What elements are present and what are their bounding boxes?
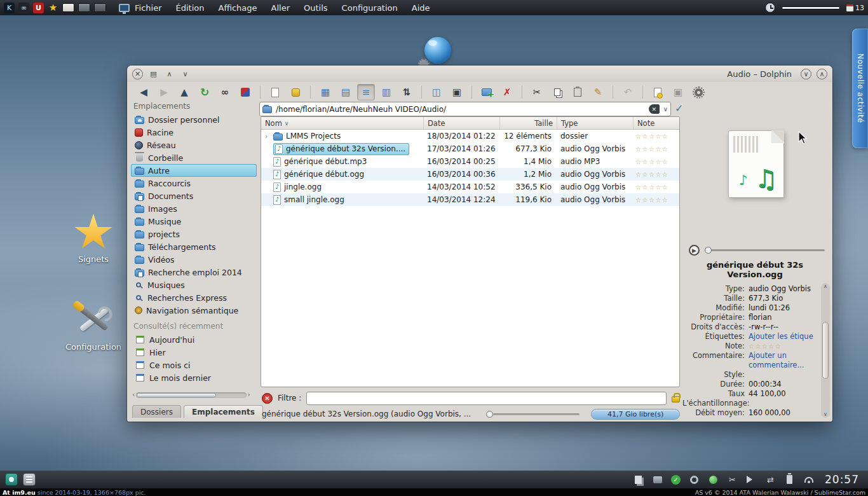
sidebar-item-projects[interactable]: projects <box>131 228 257 240</box>
location-dropdown-icon[interactable]: ∨ <box>663 106 668 113</box>
sidebar-item-hier[interactable]: Hier <box>131 346 257 359</box>
clipboard-tray-icon[interactable] <box>633 474 644 485</box>
utorrent-icon[interactable]: U <box>33 3 44 13</box>
back-button[interactable]: ◀ <box>135 84 153 100</box>
column-header-taille[interactable]: Taille <box>499 117 557 129</box>
paste-button[interactable] <box>569 84 587 100</box>
maximize-button[interactable]: ∧ <box>817 69 827 79</box>
location-accept-icon[interactable]: ✓ <box>675 102 683 114</box>
link-button[interactable] <box>287 84 304 100</box>
panel-slider[interactable] <box>782 6 840 10</box>
table-row[interactable]: small jingle.ogg 14/03/2014 12:24 119,6 … <box>261 193 679 206</box>
sidebar-item-reseau[interactable]: Réseau <box>131 139 257 151</box>
find-button[interactable]: ∞ <box>216 84 234 100</box>
rating-stars[interactable]: ☆☆☆☆☆ <box>635 133 668 140</box>
battery-icon[interactable] <box>784 474 795 485</box>
sidebar-item-videos[interactable]: Vidéos <box>131 253 257 266</box>
table-row[interactable]: générique début.ogg 16/03/2014 00:36 1,2… <box>261 168 679 181</box>
sidebar-item-dossier-personnel[interactable]: Dossier personnel <box>131 113 257 126</box>
menubar-clock-icon[interactable] <box>765 3 775 13</box>
sidebar-item-images[interactable]: Images <box>131 202 257 215</box>
window-button-2[interactable] <box>78 3 90 12</box>
icons-view-button[interactable]: ▦ <box>316 84 334 100</box>
rating-stars[interactable]: ☆☆☆☆☆ <box>749 343 782 350</box>
compare-button[interactable]: ▣ <box>669 84 687 100</box>
keep-above-button[interactable]: ∧ <box>164 69 175 79</box>
places-horizontal-scrollbar[interactable]: ‹ › <box>132 391 250 399</box>
scroll-up-icon[interactable]: ∧ <box>824 284 827 289</box>
sidebar-item-musiques[interactable]: Musiques <box>131 279 257 291</box>
zoom-slider-handle[interactable] <box>486 411 493 418</box>
table-row[interactable]: générique début.mp3 16/03/2014 00:25 1,4… <box>261 155 679 168</box>
column-header-note[interactable]: Note <box>633 117 679 129</box>
sidebar-item-navigation-semantique[interactable]: Navigation sémantique <box>131 304 257 317</box>
security-check-icon[interactable]: ✓ <box>671 475 681 485</box>
sidebar-item-aujourdhui[interactable]: Aujourd'hui <box>131 333 257 346</box>
menu-aide[interactable]: Aide <box>412 3 430 13</box>
sidebar-item-ce-mois-ci[interactable]: Ce mois ci <box>131 359 257 371</box>
location-input[interactable] <box>276 105 645 114</box>
launcher-icon[interactable] <box>5 473 18 486</box>
zoom-slider-track[interactable] <box>493 413 580 415</box>
compact-view-button[interactable]: ▤ <box>337 84 355 100</box>
reload-button[interactable]: ↻ <box>196 84 214 100</box>
rating-stars[interactable]: ☆☆☆☆☆ <box>635 158 668 165</box>
sidebar-item-autre[interactable]: Autre <box>131 164 257 177</box>
settings-button[interactable] <box>689 84 707 100</box>
split-view-button[interactable]: ◫ <box>428 84 445 100</box>
seek-slider[interactable] <box>705 249 825 251</box>
column-header-date[interactable]: Date <box>423 117 499 129</box>
window-button-1[interactable] <box>62 3 74 12</box>
desktop-icon-configuration[interactable]: Configuration <box>58 300 128 352</box>
sidebar-item-documents[interactable]: Documents <box>131 189 257 202</box>
delete-button[interactable]: ✗ <box>498 84 516 100</box>
menu-fichier[interactable]: Fichier <box>135 3 162 13</box>
bookmark-flag-button[interactable] <box>236 84 254 100</box>
up-button[interactable]: ▲ <box>175 84 193 100</box>
tab-dossiers[interactable]: Dossiers <box>132 405 181 418</box>
menu-outils[interactable]: Outils <box>304 3 328 13</box>
kde-logo-icon[interactable]: K <box>4 3 15 13</box>
volume-icon[interactable] <box>746 474 757 485</box>
cut-button[interactable]: ✂ <box>528 84 546 100</box>
sort-button[interactable]: ⇅ <box>398 84 416 100</box>
scrollbar-thumb[interactable] <box>822 322 829 379</box>
klipper-tray-icon[interactable]: ✂ <box>727 474 738 485</box>
close-filter-icon[interactable]: ✕ <box>262 393 273 404</box>
rename-button[interactable]: ✎ <box>589 84 607 100</box>
copy-button[interactable] <box>548 84 566 100</box>
sidebar-item-recherches-express[interactable]: Recherches Express <box>131 291 257 304</box>
clear-location-icon[interactable]: ✕ <box>649 104 660 114</box>
calendar-date-badge[interactable]: 13 <box>846 4 864 12</box>
zoom-slider[interactable] <box>486 411 580 418</box>
menu-affichage[interactable]: Affichage <box>218 3 257 13</box>
menu-configuration[interactable]: Configuration <box>342 3 398 13</box>
info-scrollbar[interactable]: ∧ ∨ <box>821 283 830 418</box>
scroll-down-icon[interactable]: ∨ <box>824 411 827 417</box>
new-activity-tab[interactable]: Nouvelle activité <box>852 29 868 148</box>
new-folder-button[interactable] <box>478 84 496 100</box>
location-bar[interactable]: ✕ ∨ <box>259 102 671 116</box>
sidebar-item-le-mois-dernier[interactable]: Le mois dernier <box>131 371 257 384</box>
new-tab-button[interactable] <box>649 84 667 100</box>
scrollbar-thumb[interactable] <box>137 393 216 397</box>
filter-input[interactable] <box>306 392 667 405</box>
lock-icon[interactable] <box>672 396 680 403</box>
menu-button[interactable]: ▤ <box>148 69 159 79</box>
scrollbar-track[interactable] <box>136 392 246 398</box>
column-header-nom[interactable]: Nom∨ <box>261 117 423 129</box>
add-tags-link[interactable]: Ajouter les étique <box>749 332 818 341</box>
columns-view-button[interactable]: ▥ <box>377 84 395 100</box>
add-comment-link[interactable]: Ajouter un commentaire... <box>749 351 818 370</box>
scroll-right-icon[interactable]: › <box>248 392 250 398</box>
forward-button[interactable]: ▶ <box>155 84 173 100</box>
shade-button[interactable]: ∨ <box>180 69 191 79</box>
menu-aller[interactable]: Aller <box>271 3 290 13</box>
undo-button[interactable]: ↶ <box>619 84 637 100</box>
files-tray-icon[interactable] <box>652 474 663 485</box>
desktop-icon-signets[interactable]: Signets <box>58 214 128 264</box>
tab-emplacements[interactable]: Emplacements <box>184 405 263 418</box>
table-row[interactable]: ›LMMS Projects 18/03/2014 01:22 12 éléme… <box>261 130 679 142</box>
sidebar-item-telechargements[interactable]: Téléchargements <box>131 240 257 253</box>
folder-view-icon[interactable] <box>23 473 36 486</box>
